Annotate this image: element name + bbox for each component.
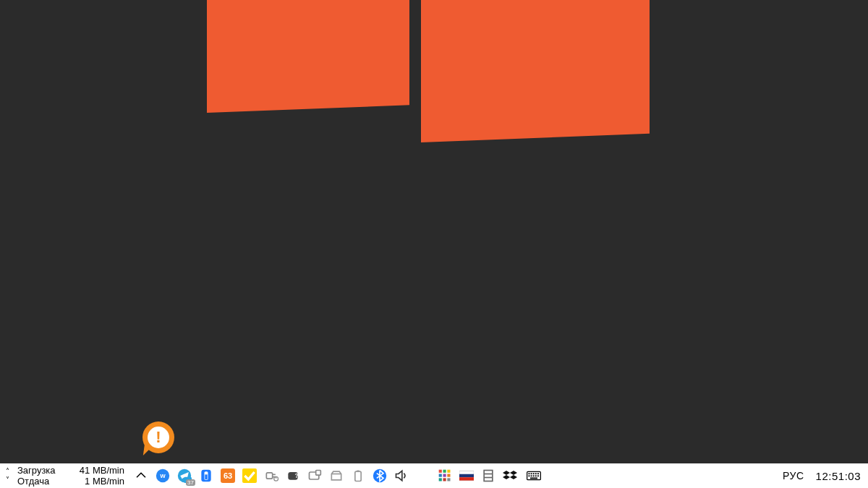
download-label: Загрузка [17,465,69,476]
notification-bubble-glyph: ! [148,427,169,448]
download-value: 41 MB/min [69,465,129,476]
svg-rect-39 [537,473,539,474]
svg-rect-23 [443,474,446,477]
windows-logo-pane-bottom-right [421,0,650,142]
svg-rect-43 [535,475,537,476]
svg-rect-38 [535,473,537,474]
svg-rect-35 [529,473,530,474]
svg-rect-20 [443,470,446,473]
svg-rect-16 [355,471,361,481]
telegram-icon[interactable]: 37 [176,468,192,484]
network-monitor-arrows-icon[interactable]: ˄ ˅ [0,463,14,488]
svg-rect-24 [447,474,450,477]
gamepad-help-icon[interactable]: ? [285,468,301,484]
svg-text:w: w [159,472,166,479]
svg-rect-26 [443,478,446,481]
upload-value: 1 MB/min [69,476,129,487]
svg-text:?: ? [295,472,299,479]
color-grid-icon[interactable] [437,468,453,484]
notification-bubble-icon[interactable]: ! [142,421,174,453]
svg-rect-29 [459,474,474,477]
svg-rect-41 [531,475,532,476]
volume-icon[interactable] [393,468,409,484]
svg-rect-40 [529,475,530,476]
svg-rect-7 [266,473,272,479]
svg-rect-30 [459,477,474,480]
device-card-icon[interactable] [307,468,323,484]
svg-rect-27 [447,478,450,481]
removable-media-icon[interactable] [328,468,344,484]
system-tray: w 37 63 ? [153,468,783,484]
dropbox-icon[interactable] [502,468,518,484]
power-plug-icon[interactable] [263,468,279,484]
svg-rect-21 [447,470,450,473]
svg-rect-45 [530,478,537,479]
svg-rect-22 [439,474,442,477]
antivirus-ok-icon[interactable] [242,468,258,484]
taskbar: ˄ ˅ Загрузка 41 MB/min Отдача 1 MB/min w… [0,463,868,488]
svg-rect-36 [531,473,532,474]
svg-rect-17 [357,471,359,473]
vk-icon[interactable]: w [155,468,171,484]
svg-rect-44 [537,475,539,476]
network-monitor[interactable]: Загрузка 41 MB/min Отдача 1 MB/min [14,465,129,487]
desktop[interactable]: ! [0,0,868,463]
on-screen-keyboard-icon[interactable] [524,468,544,484]
server-rack-icon[interactable] [480,468,496,484]
telegram-badge: 37 [186,479,195,486]
clock[interactable]: 12:51:03 [812,470,861,482]
show-hidden-icons-button[interactable] [129,463,153,488]
temperature-icon[interactable]: 63 [220,468,236,484]
bluetooth-icon[interactable] [372,468,388,484]
svg-rect-31 [484,471,493,481]
upload-label: Отдача [17,476,69,487]
windows-logo-pane-bottom-left [207,0,409,113]
svg-rect-42 [533,475,535,476]
battery-care-icon[interactable] [198,468,214,484]
input-language-indicator[interactable]: РУС [783,470,804,481]
svg-rect-6 [205,474,207,479]
svg-rect-19 [439,470,442,473]
temperature-value: 63 [221,468,235,483]
flag-ru-icon[interactable] [459,468,475,484]
svg-rect-37 [533,473,535,474]
svg-rect-14 [316,471,321,476]
battery-icon[interactable] [350,468,366,484]
svg-rect-25 [439,478,442,481]
